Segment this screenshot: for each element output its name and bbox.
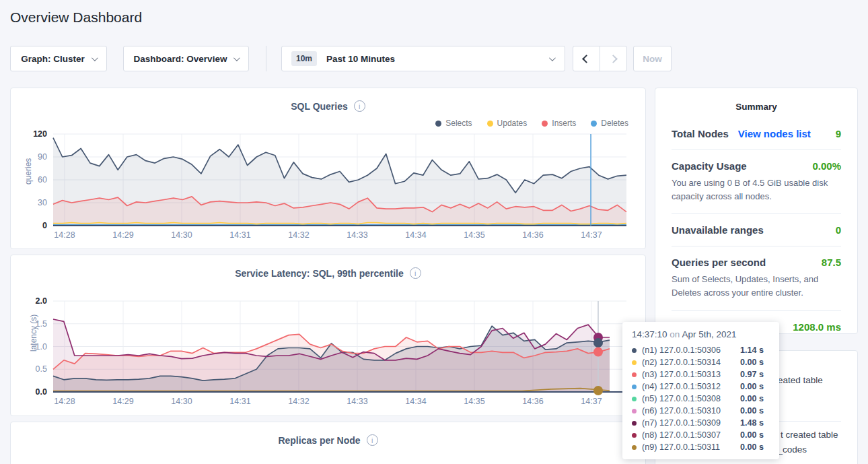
y-axis-label: queries — [24, 158, 33, 185]
node-address: (n8) 127.0.0.1:50307 — [642, 430, 740, 440]
chevron-right-icon — [609, 55, 618, 63]
node-latency-value: 0.00 s — [740, 430, 764, 440]
chart-title: Replicas per Node — [278, 435, 360, 446]
controls-bar: Graph: Cluster Dashboard: Overview 10m P… — [0, 46, 868, 71]
time-range-badge: 10m — [291, 51, 317, 66]
node-color-dot-icon — [632, 385, 637, 389]
tooltip-time: 14:37:10 — [632, 329, 667, 339]
sql-queries-plot[interactable] — [11, 88, 647, 250]
node-latency-value: 0.00 s — [740, 382, 764, 391]
capacity-usage-label: Capacity Usage — [672, 160, 747, 172]
node-latency-value: 0.00 s — [740, 394, 764, 403]
summary-divider — [672, 246, 841, 246]
dashboard-dropdown[interactable]: Dashboard: Overview — [123, 46, 249, 71]
capacity-usage-desc: You are using 0 B of 4.5 GiB usable disk… — [672, 176, 841, 203]
node-address: (n7) 127.0.0.1:50309 — [642, 418, 740, 428]
node-address: (n1) 127.0.0.1:50306 — [642, 345, 740, 355]
node-address: (n6) 127.0.0.1:50310 — [642, 406, 740, 416]
service-latency-sql-99th-percentile-plot[interactable] — [11, 255, 647, 417]
sql-queries-panel: SQL Queries i SelectsUpdatesInsertsDelet… — [10, 88, 646, 249]
node-latency-value: 0.00 s — [740, 358, 764, 367]
chevron-down-icon — [549, 55, 556, 61]
tooltip-node-row: (n6) 127.0.0.1:503100.00 s — [632, 405, 770, 417]
tooltip-connector: on — [670, 329, 680, 339]
node-color-dot-icon — [632, 445, 637, 450]
tooltip-timestamp: 14:37:10 on Apr 5th, 2021 — [632, 329, 770, 339]
node-latency-value: 0.00 s — [740, 442, 764, 452]
info-icon[interactable]: i — [367, 434, 378, 446]
summary-divider — [672, 150, 841, 150]
node-color-dot-icon — [632, 433, 637, 438]
dashboard-dropdown-label: Dashboard: Overview — [134, 54, 227, 64]
summary-divider — [672, 213, 841, 214]
replicas-title-row: Replicas per Node i — [11, 434, 645, 446]
tooltip-node-row: (n5) 127.0.0.1:503080.00 s — [632, 393, 770, 405]
summary-row-total-nodes: Total Nodes View nodes list 9 — [672, 128, 841, 139]
node-latency-value: 1.14 s — [740, 345, 764, 355]
summary-panel: Summary Total Nodes View nodes list 9 Ca… — [655, 88, 858, 334]
tooltip-date: Apr 5th, 2021 — [682, 329, 736, 339]
summary-title: Summary — [672, 102, 841, 112]
node-address: (n2) 127.0.0.1:50314 — [642, 358, 740, 367]
tooltip-node-row: (n2) 127.0.0.1:503140.00 s — [632, 356, 770, 368]
controls-divider — [266, 46, 266, 71]
node-latency-value: 1.48 s — [740, 418, 764, 428]
time-now-button[interactable]: Now — [633, 46, 672, 71]
tooltip-node-row: (n1) 127.0.0.1:503061.14 s — [632, 344, 770, 356]
qps-value: 87.5 — [822, 257, 841, 268]
chevron-down-icon — [92, 55, 98, 61]
summary-row-unavailable: Unavailable ranges 0 — [672, 224, 841, 236]
service-latency-panel: Service Latency: SQL, 99th percentile i … — [10, 255, 646, 416]
tooltip-node-row: (n3) 127.0.0.1:503130.97 s — [632, 368, 770, 380]
view-nodes-list-link[interactable]: View nodes list — [738, 128, 811, 139]
node-address: (n5) 127.0.0.1:50308 — [642, 394, 740, 403]
chevron-left-icon — [582, 55, 591, 63]
p99-latency-value: 1208.0 ms — [793, 321, 841, 333]
qps-label: Queries per second — [672, 257, 766, 268]
node-color-dot-icon — [632, 409, 637, 413]
node-address: (n9) 127.0.0.1:50311 — [642, 442, 740, 452]
replicas-per-node-panel: Replicas per Node i — [10, 422, 646, 464]
summary-row-capacity: Capacity Usage 0.00% — [672, 160, 841, 172]
node-color-dot-icon — [632, 421, 637, 426]
node-latency-value: 0.97 s — [740, 370, 764, 379]
total-nodes-label: Total Nodes — [672, 128, 729, 139]
node-color-dot-icon — [632, 397, 637, 401]
summary-row-qps: Queries per second 87.5 — [672, 257, 841, 268]
graph-dropdown[interactable]: Graph: Cluster — [10, 46, 107, 71]
now-button-label: Now — [643, 54, 662, 64]
tooltip-node-row: (n9) 127.0.0.1:503110.00 s — [632, 441, 770, 453]
time-range-label: Past 10 Minutes — [326, 54, 395, 64]
capacity-usage-value: 0.00% — [812, 160, 841, 172]
summary-divider — [672, 310, 841, 311]
unavailable-ranges-value: 0 — [836, 224, 841, 236]
time-next-button[interactable] — [600, 46, 627, 71]
node-color-dot-icon — [632, 348, 637, 353]
time-range-picker[interactable]: 10m Past 10 Minutes — [281, 46, 565, 71]
event-text-fragment: eated table — [778, 375, 823, 385]
tooltip-node-row: (n8) 127.0.0.1:503070.00 s — [632, 429, 770, 441]
node-address: (n3) 127.0.0.1:50313 — [642, 370, 740, 379]
time-prev-button[interactable] — [573, 46, 600, 71]
graph-dropdown-label: Graph: Cluster — [21, 54, 85, 64]
tooltip-node-row: (n7) 127.0.0.1:503091.48 s — [632, 417, 770, 429]
y-axis-label: latency (s) — [29, 314, 38, 351]
overview-dashboard-page: Overview Dashboard Graph: Cluster Dashbo… — [0, 0, 868, 464]
unavailable-ranges-label: Unavailable ranges — [672, 224, 764, 236]
node-color-dot-icon — [632, 372, 637, 377]
qps-desc: Sum of Selects, Updates, Inserts, and De… — [672, 273, 841, 300]
chart-hover-tooltip: 14:37:10 on Apr 5th, 2021 (n1) 127.0.0.1… — [622, 322, 779, 459]
node-address: (n4) 127.0.0.1:50312 — [642, 382, 740, 391]
event-text-fragment: t created table — [781, 430, 838, 440]
tooltip-node-row: (n4) 127.0.0.1:503120.00 s — [632, 380, 770, 393]
page-title: Overview Dashboard — [10, 9, 142, 26]
node-latency-value: 0.00 s — [740, 406, 764, 416]
chevron-down-icon — [233, 55, 240, 61]
total-nodes-value: 9 — [836, 128, 841, 139]
node-color-dot-icon — [632, 360, 637, 365]
tooltip-rows: (n1) 127.0.0.1:503061.14 s(n2) 127.0.0.1… — [632, 344, 770, 453]
